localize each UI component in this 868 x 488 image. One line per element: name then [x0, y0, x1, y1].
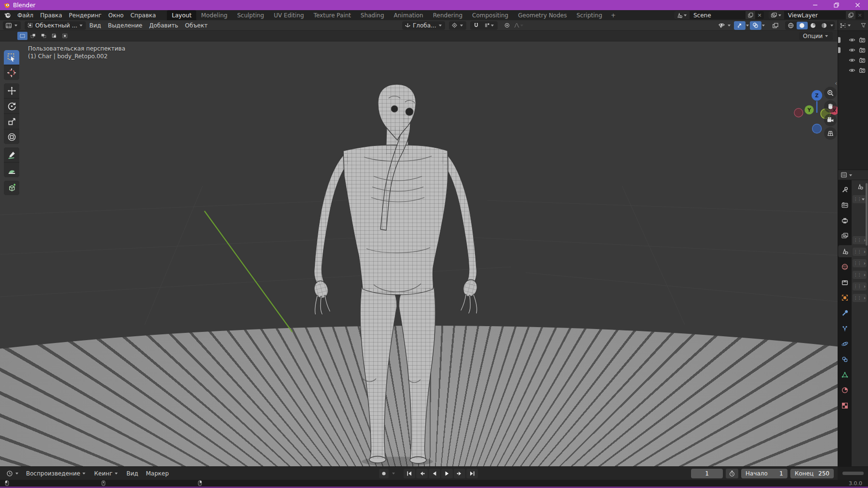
tab-constraints[interactable] — [838, 353, 852, 365]
tool-annotate[interactable] — [4, 147, 19, 162]
tab-texture-paint[interactable]: Texture Paint — [309, 10, 355, 20]
shading-rendered-button[interactable] — [819, 22, 830, 29]
tool-select-box[interactable] — [4, 50, 19, 65]
panel-handle[interactable]: ⋮⋮› — [853, 271, 867, 279]
prev-keyframe-button[interactable] — [416, 469, 428, 478]
tab-shading[interactable]: Shading — [356, 10, 389, 20]
select-mode-set[interactable] — [17, 32, 27, 40]
proportional-editing-toggle[interactable] — [502, 21, 513, 30]
zoom-button[interactable] — [824, 87, 837, 99]
tab-collection[interactable] — [838, 276, 852, 288]
hide-eye-toggle[interactable] — [849, 67, 855, 74]
ortho-toggle-button[interactable] — [824, 127, 837, 140]
tab-render[interactable] — [838, 199, 852, 211]
tab-rendering[interactable]: Rendering — [428, 10, 467, 20]
show-overlays-toggle[interactable] — [750, 21, 761, 30]
panel-handle[interactable]: ⋮⋮ — [853, 195, 867, 203]
panel-handle[interactable]: ⋮⋮› — [853, 259, 867, 267]
mode-dropdown[interactable]: Объектный ... — [25, 21, 86, 30]
shading-material-button[interactable] — [808, 22, 819, 29]
hide-eye-toggle[interactable] — [849, 47, 855, 53]
tab-sculpting[interactable]: Sculpting — [232, 10, 269, 20]
render-camera-toggle[interactable] — [859, 57, 866, 64]
horizontal-scrollbar[interactable] — [842, 472, 864, 475]
minimize-button[interactable] — [804, 0, 826, 10]
menu-view[interactable]: Вид — [86, 22, 104, 29]
view-layer-delete-button[interactable]: × — [855, 11, 864, 19]
viewport-3d[interactable]: Z Y X Пользовательская перспектива (1) C… — [0, 41, 838, 466]
tool-scale[interactable] — [4, 114, 19, 129]
tab-scripting[interactable]: Scripting — [571, 10, 607, 20]
pivot-point-dropdown[interactable] — [449, 21, 466, 30]
outliner-row[interactable] — [838, 45, 868, 55]
jump-to-start-button[interactable] — [404, 469, 415, 478]
panel-collapse-arrow[interactable]: ‹ — [835, 80, 837, 87]
view-layer-browse-button[interactable] — [769, 11, 784, 19]
use-preview-range-button[interactable] — [726, 469, 738, 478]
filter-icon[interactable] — [860, 22, 867, 28]
scene-name-field[interactable]: Scene — [690, 12, 746, 19]
frame-end-field[interactable]: Конец 250 — [790, 469, 834, 478]
play-button[interactable] — [441, 469, 453, 478]
panel-handle[interactable]: ⋮⋮› — [853, 294, 867, 302]
snap-toggle[interactable] — [471, 22, 482, 29]
blender-app-menu[interactable] — [0, 12, 14, 19]
shading-dropdown[interactable] — [830, 23, 834, 27]
render-camera-toggle[interactable] — [859, 67, 866, 74]
menu-help[interactable]: Справка — [127, 12, 159, 19]
tab-tool[interactable] — [838, 184, 852, 196]
select-mode-invert[interactable] — [49, 32, 59, 40]
next-keyframe-button[interactable] — [454, 469, 465, 478]
select-mode-intersect[interactable] — [60, 32, 70, 40]
restore-button[interactable] — [826, 0, 847, 10]
tool-add-cube[interactable] — [4, 181, 19, 195]
chevron-down-icon[interactable] — [847, 23, 852, 27]
jump-to-end-button[interactable] — [466, 469, 478, 478]
scene-delete-button[interactable]: × — [755, 11, 764, 19]
menu-object[interactable]: Объект — [182, 22, 211, 29]
render-camera-toggle[interactable] — [859, 37, 866, 43]
menu-marker[interactable]: Маркер — [143, 470, 173, 477]
panel-handle[interactable]: ⋮⋮› — [853, 248, 867, 256]
panel-handle[interactable]: ⋮⋮› — [853, 282, 867, 290]
tab-particles[interactable] — [838, 322, 852, 334]
shading-wireframe-button[interactable] — [786, 22, 797, 29]
timeline-editor-type-button[interactable] — [4, 469, 22, 478]
editor-type-button[interactable] — [3, 21, 21, 30]
xray-toggle[interactable] — [770, 21, 781, 30]
close-button[interactable] — [847, 0, 868, 10]
camera-view-button[interactable] — [824, 114, 837, 126]
tool-move[interactable] — [4, 83, 19, 98]
tab-view-layer[interactable] — [838, 230, 852, 242]
hide-eye-toggle[interactable] — [849, 37, 855, 43]
outliner-row[interactable] — [838, 55, 868, 65]
tab-uv-editing[interactable]: UV Editing — [269, 10, 309, 20]
tab-compositing[interactable]: Compositing — [467, 10, 513, 20]
outliner-row[interactable] — [838, 35, 868, 45]
tab-texture[interactable] — [838, 399, 852, 411]
tool-measure[interactable] — [4, 163, 19, 177]
show-gizmo-toggle[interactable] — [734, 21, 746, 30]
menu-file[interactable]: Файл — [14, 12, 37, 19]
select-mode-subtract[interactable] — [39, 32, 49, 40]
tab-geometry-nodes[interactable]: Geometry Nodes — [513, 10, 571, 20]
snap-target-dropdown[interactable] — [482, 22, 497, 29]
properties-scrollbar[interactable] — [866, 183, 868, 246]
menu-playback[interactable]: Воспроизведение — [23, 470, 90, 477]
play-reverse-button[interactable] — [429, 469, 440, 478]
tab-modifiers[interactable] — [838, 307, 852, 319]
auto-keying-button[interactable] — [379, 469, 389, 478]
current-frame-field[interactable]: 1 — [691, 469, 723, 478]
overlays-dropdown[interactable] — [761, 23, 766, 27]
tool-cursor[interactable] — [4, 66, 19, 80]
menu-render[interactable]: Рендеринг — [66, 12, 105, 19]
tab-world[interactable] — [838, 261, 852, 273]
menu-window[interactable]: Окно — [105, 12, 127, 19]
gizmo-dropdown[interactable] — [746, 23, 750, 27]
menu-select[interactable]: Выделение — [105, 22, 146, 29]
shading-solid-button[interactable] — [797, 22, 808, 29]
select-mode-extend[interactable] — [28, 32, 38, 40]
tab-animation[interactable]: Animation — [389, 10, 428, 20]
view-layer-name-field[interactable]: ViewLayer — [784, 12, 846, 19]
view-object-types-dropdown[interactable] — [716, 21, 734, 30]
